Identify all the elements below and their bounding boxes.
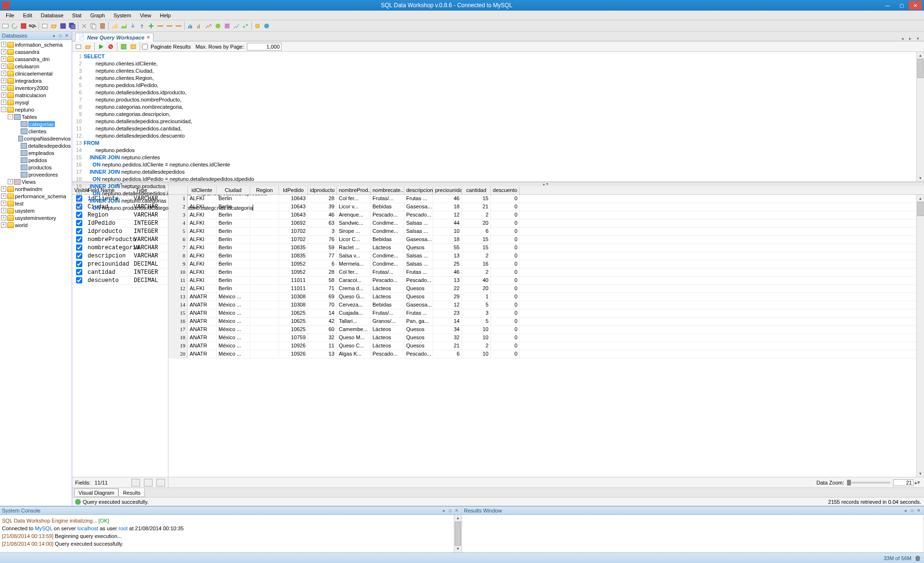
- table-row[interactable]: 1ALFKIBerlin1064328Col fer...Frutas/...F…: [168, 195, 924, 203]
- table-row[interactable]: 8ALFKIBerlin1083577Salsa v...Condime...S…: [168, 252, 924, 260]
- visibility-checkbox[interactable]: [76, 269, 82, 275]
- menu-file[interactable]: File: [2, 12, 18, 19]
- help-icon[interactable]: [262, 22, 271, 30]
- menu-help[interactable]: Help: [156, 12, 175, 19]
- menu-view[interactable]: View: [136, 12, 155, 19]
- expand-icon[interactable]: +: [8, 179, 13, 184]
- visibility-checkbox[interactable]: [76, 236, 82, 243]
- expand-icon[interactable]: +: [1, 49, 6, 54]
- tree-item[interactable]: empleados: [1, 149, 71, 156]
- tab-visual-diagram[interactable]: Visual Diagram: [74, 488, 118, 497]
- slider-thumb[interactable]: [847, 480, 851, 486]
- col-rownum[interactable]: [168, 186, 188, 194]
- database-tree[interactable]: +information_schema+cassandra+cassandra_…: [0, 40, 72, 506]
- expand-icon[interactable]: +: [1, 64, 6, 69]
- save-icon[interactable]: [59, 22, 67, 30]
- view-grid-icon[interactable]: [144, 479, 153, 486]
- panel-close-icon[interactable]: ✕: [454, 508, 460, 513]
- editor-scrollbar[interactable]: ▲ ▼: [916, 52, 924, 181]
- expand-icon[interactable]: +: [1, 215, 6, 220]
- visibility-checkbox[interactable]: [76, 277, 82, 283]
- table-row[interactable]: 10ALFKIBerlin1095228Col fer...Frutas/...…: [168, 269, 924, 277]
- panel-min-icon[interactable]: ◂: [440, 508, 446, 513]
- schema-icon[interactable]: [129, 42, 138, 51]
- trash-icon[interactable]: [914, 555, 921, 562]
- col-header[interactable]: preciounidad: [433, 186, 462, 194]
- table-row[interactable]: 9ALFKIBerlin109526Mermela...Condime...Sa…: [168, 260, 924, 269]
- scroll-up-icon[interactable]: ▲: [917, 52, 924, 59]
- tree-item[interactable]: compañiasdeenvios: [1, 135, 71, 142]
- chart5-icon[interactable]: [223, 22, 231, 30]
- plus-icon[interactable]: [147, 22, 155, 30]
- tab-prev-icon[interactable]: ◂: [899, 36, 906, 41]
- col-header[interactable]: Region: [250, 186, 279, 194]
- maximize-button[interactable]: ▢: [895, 1, 908, 10]
- tree-item[interactable]: −neptuno: [1, 106, 71, 113]
- scroll-down-icon[interactable]: ▼: [917, 175, 924, 181]
- grid-body[interactable]: 1ALFKIBerlin1064328Col fer...Frutas/...F…: [168, 195, 924, 477]
- editor-code[interactable]: SELECT neptuno.clientes.idCliente, neptu…: [84, 52, 924, 181]
- chart7-icon[interactable]: [241, 22, 250, 30]
- paste-icon[interactable]: [98, 22, 107, 30]
- menu-edit[interactable]: Edit: [19, 12, 36, 19]
- expand-icon[interactable]: +: [1, 92, 6, 98]
- tree-item[interactable]: +usysteminventory: [1, 214, 71, 221]
- table-row[interactable]: 20ANATRMéxico ...1092613Algas K...Pescad…: [168, 350, 924, 358]
- tab-next-icon[interactable]: ▸: [907, 36, 913, 41]
- first-icon[interactable]: [156, 22, 165, 30]
- col-header[interactable]: nombreProd...: [337, 186, 371, 194]
- table-row[interactable]: 4ALFKIBerlin1069263Sandwic...Condime...S…: [168, 219, 924, 228]
- scroll-up-icon[interactable]: ▲: [454, 515, 462, 522]
- console-body[interactable]: SQL Data Workshop Engine initializing...…: [0, 515, 462, 552]
- tree-item[interactable]: +matriculacion: [1, 91, 71, 99]
- expand-icon[interactable]: +: [1, 71, 6, 76]
- grid-handle[interactable]: ▴▾: [168, 182, 924, 186]
- tree-item[interactable]: +test: [1, 200, 71, 207]
- arrow-down-icon[interactable]: [128, 22, 137, 30]
- prev-icon[interactable]: [165, 22, 174, 30]
- table-row[interactable]: 7ALFKIBerlin1083559Raclet ...LácteosQues…: [168, 244, 924, 252]
- field-row[interactable]: IdPedidoINTEGER: [72, 219, 168, 228]
- col-header[interactable]: descuento: [491, 186, 520, 194]
- tree-item[interactable]: +integradora: [1, 77, 71, 84]
- menu-graph[interactable]: Graph: [86, 12, 109, 19]
- tree-item[interactable]: +performance_schema: [1, 192, 71, 200]
- col-header[interactable]: cantidad: [462, 186, 491, 194]
- scroll-thumb[interactable]: [917, 59, 924, 78]
- table-row[interactable]: 2ALFKIBerlin1064339Licor v...BebidasGase…: [168, 203, 924, 211]
- field-row[interactable]: idproductoINTEGER: [72, 228, 168, 236]
- table-row[interactable]: 13ANATRMéxico ...1030869Queso G...Lácteo…: [168, 293, 924, 301]
- visibility-checkbox[interactable]: [76, 253, 82, 259]
- expand-icon[interactable]: +: [1, 201, 6, 206]
- tree-item[interactable]: +inventory2000: [1, 84, 71, 91]
- visibility-checkbox[interactable]: [76, 212, 82, 218]
- grid-scrollbar[interactable]: ▲ ▼: [916, 195, 924, 477]
- arrow-up-icon[interactable]: [138, 22, 146, 30]
- menu-database[interactable]: Database: [37, 12, 67, 19]
- visibility-checkbox[interactable]: [76, 261, 82, 267]
- tree-item[interactable]: −Tables: [1, 113, 71, 120]
- panel-close-icon[interactable]: ✕: [916, 508, 922, 513]
- copy-icon[interactable]: [89, 22, 98, 30]
- fields-body[interactable]: idClienteVARCHARCiudadVARCHARRegionVARCH…: [72, 195, 168, 477]
- visibility-checkbox[interactable]: [76, 228, 82, 234]
- tree-item[interactable]: clientes: [1, 128, 71, 135]
- panel-pin-icon[interactable]: ◇: [57, 33, 63, 38]
- chart4-icon[interactable]: [214, 22, 222, 30]
- visibility-checkbox[interactable]: [76, 244, 82, 251]
- menu-stat[interactable]: Stat: [68, 12, 86, 19]
- close-button[interactable]: ✕: [909, 1, 922, 10]
- expand-icon[interactable]: +: [1, 186, 6, 192]
- new-connection-icon[interactable]: [1, 22, 10, 30]
- col-header[interactable]: idproducto: [308, 186, 337, 194]
- paginate-checkbox[interactable]: [142, 44, 148, 50]
- table-row[interactable]: 14ANATRMéxico ...1030870Cerveza...Bebida…: [168, 301, 924, 309]
- chart6-icon[interactable]: [232, 22, 241, 30]
- chart-area-icon[interactable]: [119, 22, 128, 30]
- tree-item[interactable]: +Views: [1, 178, 71, 185]
- tree-item[interactable]: categorias: [1, 120, 71, 128]
- view-cards-icon[interactable]: [131, 479, 140, 486]
- tree-item[interactable]: +cassandra_dm: [1, 55, 71, 63]
- close-tab-icon[interactable]: ✕: [146, 35, 150, 40]
- tab-list-icon[interactable]: ▾: [914, 36, 921, 41]
